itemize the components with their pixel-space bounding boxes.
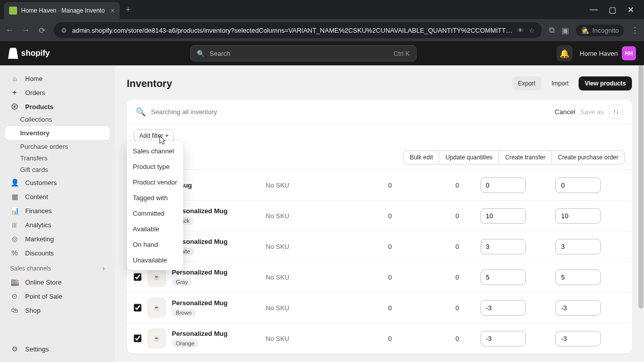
available-input[interactable] [480, 208, 526, 224]
notifications-button[interactable]: 🔔 [556, 45, 573, 61]
product-name[interactable]: Personalized Mug [172, 299, 260, 307]
variant-chip: Brown [172, 309, 196, 317]
nav-settings[interactable]: ⚙Settings [5, 342, 110, 356]
nav-finances[interactable]: 📊Finances [5, 204, 110, 218]
nav-home[interactable]: ⌂Home [5, 71, 110, 85]
new-tab-button[interactable]: + [126, 5, 130, 14]
available-input[interactable] [480, 177, 526, 193]
scrollbar-thumb[interactable] [638, 65, 643, 309]
panel-icon[interactable]: ▣ [561, 26, 569, 35]
product-name[interactable]: Personalized Mug [172, 238, 260, 245]
nav-label: Products [25, 103, 53, 111]
extensions-icon[interactable]: ⧉ [549, 26, 554, 35]
nav-content[interactable]: ▦Content [5, 190, 110, 204]
filter-committed[interactable]: Committed [127, 206, 183, 221]
menu-icon[interactable]: ⋮ [631, 26, 639, 35]
bulk-edit-button[interactable]: Bulk edit [403, 150, 439, 164]
filter-sales-channel[interactable]: Sales channel [127, 143, 183, 159]
bookmark-icon[interactable]: ☆ [529, 27, 535, 34]
chevron-right-icon: › [103, 265, 105, 272]
nav-inventory[interactable]: Inventory [5, 126, 110, 140]
unavailable-cell: 0 [346, 304, 407, 312]
onhand-input[interactable] [555, 208, 601, 224]
marketing-icon: ◎ [10, 235, 19, 243]
content-icon: ▦ [10, 193, 19, 201]
import-button[interactable]: Import [545, 76, 575, 90]
eye-off-icon[interactable]: 👁 [517, 27, 524, 34]
nav-pos[interactable]: ⊙Point of Sale [5, 289, 110, 303]
pos-icon: ⊙ [10, 292, 19, 300]
nav-online-store[interactable]: 🏬Online Store [5, 275, 110, 289]
store-menu[interactable]: Home Haven HH [580, 46, 636, 60]
row-checkbox[interactable] [134, 304, 141, 312]
create-transfer-button[interactable]: Create transfer [499, 150, 552, 164]
nav-shop[interactable]: 🛍Shop [5, 303, 110, 317]
nav-orders[interactable]: ✦Orders [5, 85, 110, 100]
onhand-input[interactable] [555, 177, 601, 193]
filter-product-vendor[interactable]: Product vendor [127, 174, 183, 190]
cancel-button[interactable]: Cancel [555, 108, 575, 116]
nav-gift-cards[interactable]: Gift cards [5, 164, 110, 175]
committed-cell: 0 [413, 304, 474, 312]
search-icon: 🔍 [197, 50, 205, 57]
row-checkbox[interactable] [134, 334, 141, 342]
close-tab-icon[interactable]: × [111, 7, 115, 15]
nav-marketing[interactable]: ◎Marketing [5, 232, 110, 246]
committed-cell: 0 [413, 182, 474, 189]
product-name[interactable]: Personalized Mug [172, 268, 260, 276]
filter-available[interactable]: Available [127, 221, 183, 237]
product-name[interactable]: A mug [172, 182, 260, 189]
product-name[interactable]: Personalized Mug [172, 207, 260, 215]
add-filter-button[interactable]: Add filter + [134, 129, 174, 142]
available-input[interactable] [480, 269, 526, 285]
filter-tagged-with[interactable]: Tagged with [127, 190, 183, 206]
committed-cell: 0 [413, 243, 474, 250]
table-row: ☕ Personalized Mug Black No SKU 0 0 [127, 200, 632, 231]
nav-customers[interactable]: 👤Customers [5, 175, 110, 190]
onhand-input[interactable] [555, 331, 601, 346]
close-window-icon[interactable]: ✕ [627, 5, 634, 15]
update-quantities-button[interactable]: Update quantities [439, 150, 499, 164]
filter-on-hand[interactable]: On hand [127, 237, 183, 252]
nav-products[interactable]: ⦿Products [5, 100, 110, 114]
maximize-icon[interactable]: ▢ [609, 5, 616, 15]
export-button[interactable]: Export [512, 76, 542, 90]
onhand-input[interactable] [555, 269, 601, 285]
sort-button[interactable]: ↑↓ [609, 105, 623, 119]
channels-header[interactable]: Sales channels› [5, 260, 110, 275]
minimize-icon[interactable]: — [590, 5, 598, 15]
shopify-logo[interactable]: shopify [8, 48, 50, 59]
incognito-icon: 🕵 [581, 27, 589, 34]
forward-icon[interactable]: → [21, 26, 30, 35]
product-name[interactable]: Personalized Mug [172, 330, 260, 337]
store-name: Home Haven [580, 50, 618, 57]
incognito-chip[interactable]: 🕵 Incognito [576, 25, 624, 36]
filter-unavailable[interactable]: Unavailable [127, 252, 183, 268]
row-checkbox[interactable] [134, 273, 141, 281]
available-input[interactable] [480, 331, 526, 346]
back-icon[interactable]: ← [5, 26, 14, 35]
onhand-input[interactable] [555, 300, 601, 316]
inventory-search-input[interactable] [151, 108, 550, 116]
available-input[interactable] [480, 300, 526, 316]
view-products-button[interactable]: View products [579, 76, 632, 90]
scrollbar[interactable] [638, 65, 644, 362]
browser-tab[interactable]: Home Haven · Manage Invento × [4, 2, 120, 19]
nav-discounts[interactable]: %Discounts [5, 246, 110, 260]
onhand-input[interactable] [555, 239, 601, 254]
reload-icon[interactable]: ⟳ [38, 26, 47, 35]
bell-icon: 🔔 [559, 49, 570, 58]
global-search[interactable]: 🔍 Search Ctrl K [190, 45, 417, 61]
available-input[interactable] [480, 239, 526, 254]
nav-purchase-orders[interactable]: Purchase orders [5, 141, 110, 152]
nav-analytics[interactable]: ⫼Analytics [5, 218, 110, 232]
save-as-button[interactable]: Save as [580, 108, 604, 116]
shopify-bag-icon [8, 48, 18, 59]
filter-product-type[interactable]: Product type [127, 159, 183, 174]
nav-collections[interactable]: Collections [5, 114, 110, 125]
site-info-icon[interactable]: ⚙ [61, 27, 67, 34]
unavailable-cell: 0 [346, 274, 407, 281]
create-purchase-order-button[interactable]: Create purchase order [552, 150, 625, 164]
address-bar[interactable]: ⚙ admin.shopify.com/store/de8143-a6/prod… [54, 22, 542, 38]
nav-transfers[interactable]: Transfers [5, 152, 110, 164]
